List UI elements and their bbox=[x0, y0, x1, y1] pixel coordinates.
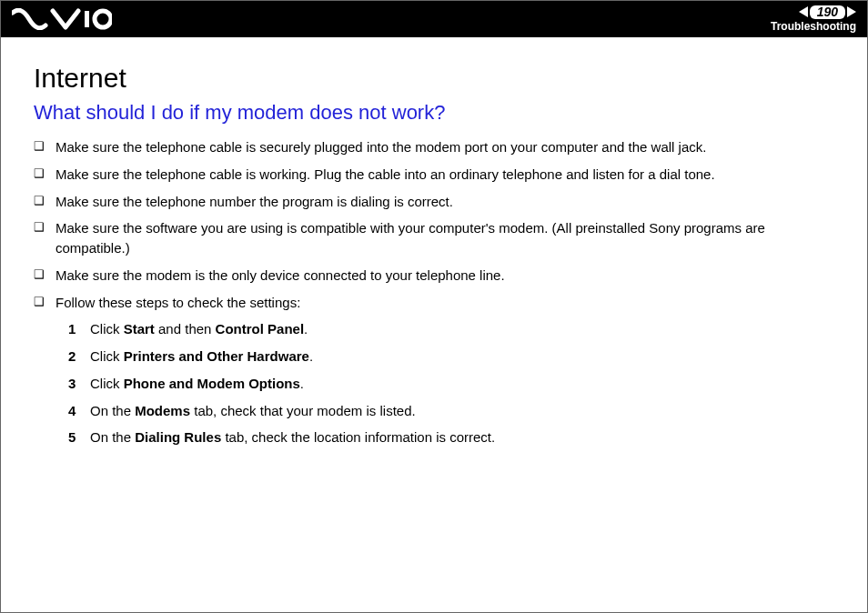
prev-page-arrow-icon[interactable] bbox=[799, 6, 808, 17]
square-bullet-icon: ❑ bbox=[34, 165, 56, 184]
vaio-logo bbox=[12, 8, 112, 30]
header-right: 190 Troubleshooting bbox=[771, 5, 856, 34]
svg-point-1 bbox=[95, 11, 111, 27]
svg-rect-0 bbox=[85, 11, 89, 27]
step-item: Click Start and then Control Panel. bbox=[68, 319, 834, 339]
step-item: On the Dialing Rules tab, check the loca… bbox=[68, 427, 834, 447]
steps-list: Click Start and then Control Panel. Clic… bbox=[34, 319, 834, 447]
question-heading: What should I do if my modem does not wo… bbox=[34, 101, 834, 125]
list-item: ❑Follow these steps to check the setting… bbox=[34, 293, 834, 313]
next-page-arrow-icon[interactable] bbox=[847, 6, 856, 17]
list-item: ❑Make sure the telephone number the prog… bbox=[34, 192, 834, 212]
step-item: Click Phone and Modem Options. bbox=[68, 374, 834, 394]
bullet-list: ❑Make sure the telephone cable is secure… bbox=[34, 137, 834, 312]
section-title: Troubleshooting bbox=[771, 21, 856, 33]
page-number: 190 bbox=[810, 5, 845, 19]
content-area: Internet What should I do if my modem do… bbox=[1, 37, 867, 447]
step-item: Click Printers and Other Hardware. bbox=[68, 347, 834, 367]
square-bullet-icon: ❑ bbox=[34, 137, 56, 156]
list-item: ❑Make sure the modem is the only device … bbox=[34, 266, 834, 286]
step-item: On the Modems tab, check that your modem… bbox=[68, 401, 834, 421]
header-bar: 190 Troubleshooting bbox=[1, 1, 867, 37]
page-title: Internet bbox=[34, 63, 834, 94]
list-item: ❑Make sure the telephone cable is workin… bbox=[34, 165, 834, 185]
vaio-logo-svg bbox=[12, 8, 112, 30]
page-nav: 190 bbox=[771, 5, 856, 19]
square-bullet-icon: ❑ bbox=[34, 293, 56, 312]
list-item: ❑Make sure the software you are using is… bbox=[34, 218, 834, 258]
square-bullet-icon: ❑ bbox=[34, 218, 56, 237]
square-bullet-icon: ❑ bbox=[34, 266, 56, 285]
document-page: 190 Troubleshooting Internet What should… bbox=[0, 0, 868, 613]
square-bullet-icon: ❑ bbox=[34, 192, 56, 211]
list-item: ❑Make sure the telephone cable is secure… bbox=[34, 137, 834, 157]
